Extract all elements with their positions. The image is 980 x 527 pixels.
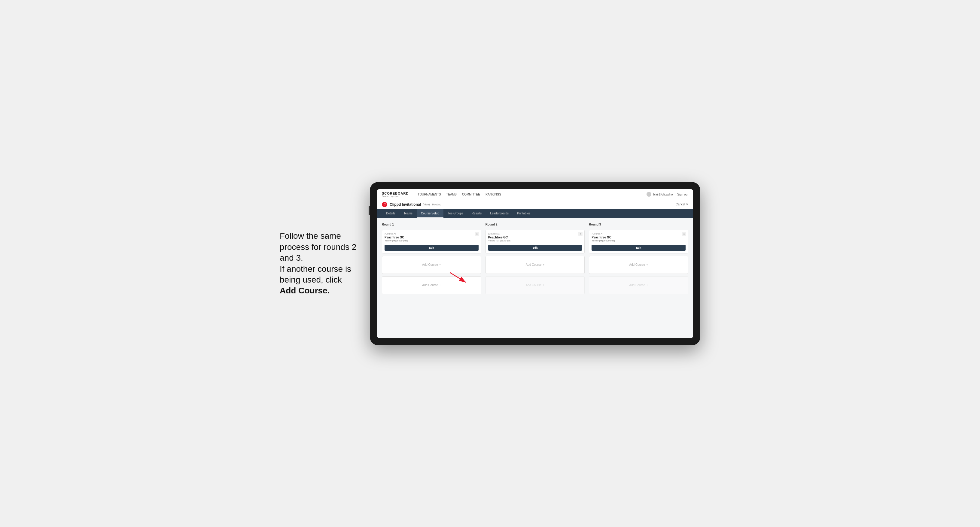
nav-link-teams[interactable]: TEAMS — [446, 193, 457, 196]
round-3-edit-button[interactable]: Edit — [592, 245, 686, 251]
sign-out-link[interactable]: Sign out — [677, 193, 688, 196]
add-course-label-r2-2: Add Course — [526, 284, 542, 287]
round-3-course-info: Yellow (M) (6629 yds) — [592, 239, 686, 242]
round-3-column: Round 3 ○ (Course A) Peachtree GC Yellow… — [589, 223, 688, 294]
tournament-name: Clippd Invitational — [390, 202, 421, 206]
tablet-frame: SCOREBOARD Powered by clippd TOURNAMENTS… — [370, 182, 700, 345]
user-avatar — [646, 192, 651, 197]
round-1-course-name: Peachtree GC — [385, 236, 479, 239]
round-2-edit-button[interactable]: Edit — [488, 245, 582, 251]
round-3-add-course-2[interactable]: Add Course + — [589, 276, 688, 294]
logo-title: SCOREBOARD — [382, 192, 409, 195]
add-course-label-r2-1: Add Course — [526, 263, 542, 267]
add-course-label-r1-2: Add Course — [422, 284, 438, 287]
round-1-course-badge: (Course A) — [385, 232, 479, 235]
round-1-column: Round 1 ○ (Course A) Peachtree GC Yellow… — [382, 223, 481, 294]
nav-right: blair@clippd.io | Sign out — [646, 192, 688, 197]
logo-sub: Powered by clippd — [382, 195, 409, 197]
tab-course-setup[interactable]: Course Setup — [417, 209, 444, 218]
round-2-add-course-2[interactable]: Add Course + — [485, 276, 585, 294]
round-2-label: Round 2 — [485, 223, 585, 226]
page-wrapper: Follow the same process for rounds 2 and… — [280, 182, 700, 345]
tab-printables[interactable]: Printables — [513, 209, 535, 218]
nav-link-committee[interactable]: COMMITTEE — [462, 193, 480, 196]
plus-icon-r1-2: + — [439, 284, 441, 287]
tournament-gender: (Men) — [423, 203, 430, 206]
nav-links: TOURNAMENTS TEAMS COMMITTEE RANKINGS — [418, 193, 640, 196]
round-3-course-card-0: ○ (Course A) Peachtree GC Yellow (M) (66… — [589, 230, 688, 254]
user-email: blair@clippd.io — [653, 193, 673, 196]
tab-teams[interactable]: Teams — [399, 209, 417, 218]
round-2-course-badge: (Course A) — [488, 232, 582, 235]
round-2-delete-btn[interactable]: ○ — [578, 232, 582, 236]
round-2-course-card-0: ○ (Course A) Peachtree GC Yellow (M) (66… — [485, 230, 585, 254]
tab-leaderboards[interactable]: Leaderboards — [486, 209, 513, 218]
round-3-course-name: Peachtree GC — [592, 236, 686, 239]
round-3-delete-btn[interactable]: ○ — [682, 232, 686, 236]
round-1-edit-button[interactable]: Edit — [385, 245, 479, 251]
round-1-delete-btn[interactable]: ○ — [475, 232, 479, 236]
plus-icon-r1-1: + — [439, 263, 441, 267]
top-nav: SCOREBOARD Powered by clippd TOURNAMENTS… — [377, 189, 693, 200]
instruction-panel: Follow the same process for rounds 2 and… — [280, 231, 358, 296]
add-course-label-r3-2: Add Course — [629, 284, 645, 287]
tab-results[interactable]: Results — [468, 209, 486, 218]
cancel-button[interactable]: Cancel ✕ — [676, 203, 688, 206]
round-2-course-name: Peachtree GC — [488, 236, 582, 239]
round-2-column: Round 2 ○ (Course A) Peachtree GC Yellow… — [485, 223, 585, 294]
add-course-label-r3-1: Add Course — [629, 263, 645, 267]
tournament-status: Hosting — [432, 203, 442, 206]
tab-details[interactable]: Details — [382, 209, 399, 218]
rounds-grid: Round 1 ○ (Course A) Peachtree GC Yellow… — [382, 223, 688, 294]
instruction-text: Follow the same process for rounds 2 and… — [280, 231, 356, 295]
plus-icon-r2-1: + — [542, 263, 544, 267]
plus-icon-r3-2: + — [646, 284, 648, 287]
sub-header: C Clippd Invitational (Men) Hosting Canc… — [377, 200, 693, 209]
plus-icon-r2-2: + — [542, 284, 544, 287]
round-3-add-course-1[interactable]: Add Course + — [589, 256, 688, 274]
round-1-course-info: Yellow (M) (6629 yds) — [385, 239, 479, 242]
nav-link-tournaments[interactable]: TOURNAMENTS — [418, 193, 441, 196]
add-course-label-r1-1: Add Course — [422, 263, 438, 267]
round-2-course-info: Yellow (M) (6629 yds) — [488, 239, 582, 242]
tabs-bar: Details Teams Course Setup Tee Groups Re… — [377, 209, 693, 218]
round-1-label: Round 1 — [382, 223, 481, 226]
nav-link-rankings[interactable]: RANKINGS — [485, 193, 501, 196]
plus-icon-r3-1: + — [646, 263, 648, 267]
brand-logo: C — [382, 202, 387, 207]
round-3-label: Round 3 — [589, 223, 688, 226]
tab-tee-groups[interactable]: Tee Groups — [444, 209, 468, 218]
round-1-add-course-1[interactable]: Add Course + — [382, 256, 481, 274]
round-3-course-badge: (Course A) — [592, 232, 686, 235]
round-1-course-card-0: ○ (Course A) Peachtree GC Yellow (M) (66… — [382, 230, 481, 254]
round-2-add-course-1[interactable]: Add Course + — [485, 256, 585, 274]
tablet-inner: SCOREBOARD Powered by clippd TOURNAMENTS… — [377, 189, 693, 338]
round-1-add-course-2[interactable]: Add Course + — [382, 276, 481, 294]
content-area: Round 1 ○ (Course A) Peachtree GC Yellow… — [377, 218, 693, 338]
logo-area: SCOREBOARD Powered by clippd — [382, 192, 409, 197]
